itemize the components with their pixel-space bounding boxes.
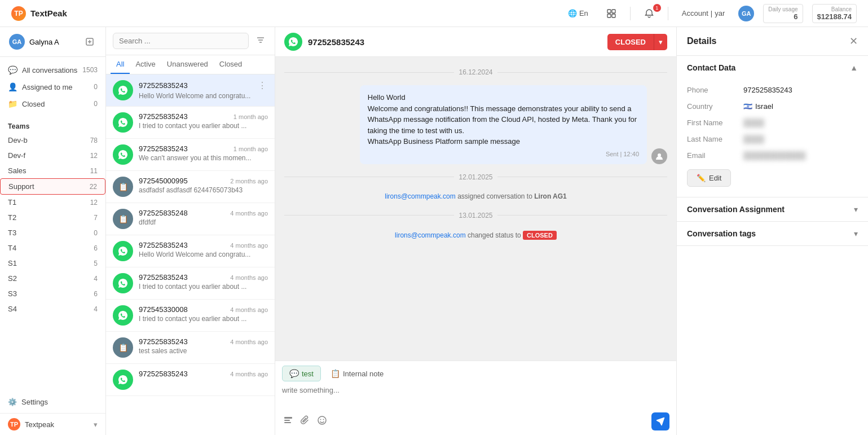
list-item[interactable]: 972525835243 1 month ago I tried to cont… [106, 107, 275, 139]
more-options-icon[interactable]: ⋮ [257, 80, 268, 91]
input-tab-label: Internal note [343, 370, 384, 378]
nav-count: 0 [94, 83, 98, 91]
sidebar-header: GA Galyna A [0, 27, 105, 57]
sidebar-team-s3[interactable]: S36 [0, 286, 105, 301]
sidebar-team-dev-b[interactable]: Dev-b78 [0, 133, 105, 148]
nav-count: 0 [94, 100, 98, 108]
settings-item[interactable]: ⚙️ Settings [0, 393, 105, 411]
sidebar-item-assigned-to-me[interactable]: 👤 Assigned to me 0 [0, 78, 105, 95]
sidebar-team-s2[interactable]: S24 [0, 271, 105, 286]
conv-time: 4 months ago [230, 274, 268, 281]
list-item[interactable]: 972525835243 ⋮ Hello World Welcome and c… [106, 74, 275, 107]
user-avatar: GA [738, 6, 754, 21]
emoji-icon[interactable] [316, 414, 328, 429]
brand-item[interactable]: TP Textpeak ▾ [0, 413, 105, 435]
svg-rect-14 [612, 10, 615, 13]
search-input[interactable] [113, 33, 249, 49]
conv-body: 972545000995 2 months ago asdfadsf asdfa… [139, 177, 268, 194]
conv-time: 2 months ago [230, 178, 268, 184]
conv-preview: asdfadsf asdfasdf 6244765073b43 [139, 186, 268, 194]
sidebar-team-s1[interactable]: S15 [0, 256, 105, 271]
closed-status-button[interactable]: CLOSED [607, 34, 654, 50]
conv-body: 972525835243 ⋮ Hello World Welcome and c… [139, 80, 268, 100]
date-divider: 16.12.2024 [284, 68, 667, 76]
conv-tags-header[interactable]: Conversation tags ▾ [677, 222, 868, 245]
contact-data-title: Contact Data [687, 63, 735, 72]
list-item[interactable]: 972525835243 1 month ago We can't answer… [106, 139, 275, 171]
message-input[interactable] [282, 386, 669, 406]
sidebar-team-support[interactable]: Support22 [0, 178, 105, 195]
sidebar-team-t4[interactable]: T46 [0, 240, 105, 256]
chat-input-area: 💬 test 📋 Internal note [275, 361, 676, 435]
compose-icon[interactable] [83, 35, 96, 49]
sidebar-username: Galyna A [29, 38, 78, 46]
conv-time: 4 months ago [230, 210, 268, 217]
email-label: Email [687, 151, 743, 160]
contact-data-header[interactable]: Contact Data ▲ [677, 56, 868, 80]
notification-button[interactable]: 1 [640, 6, 659, 21]
sidebar-team-t3[interactable]: T30 [0, 225, 105, 240]
conv-tabs: All Active Unanswered Closed [106, 55, 275, 74]
svg-point-11 [320, 419, 321, 420]
conv-preview: I tried to contact you earlier about ... [139, 283, 268, 291]
nav-label: Closed [22, 100, 89, 108]
sidebar-team-t2[interactable]: T27 [0, 210, 105, 225]
tab-all[interactable]: All [111, 55, 130, 74]
svg-rect-15 [607, 14, 611, 17]
logo-icon: TP [11, 6, 26, 21]
sidebar-item-closed[interactable]: 📁 Closed 0 [0, 95, 105, 112]
country-value: 🇮🇱 Israel [743, 102, 858, 111]
brand-label: Textpeak [25, 420, 54, 429]
close-details-button[interactable]: ✕ [849, 35, 858, 47]
sidebar-team-t1[interactable]: T112 [0, 195, 105, 210]
email-row: Email ████████████ [687, 147, 858, 164]
biz-avatar: 📋 [113, 177, 133, 197]
list-item[interactable]: 972545330008 4 months ago I tried to con… [106, 300, 275, 332]
conv-name: 972525835248 [139, 209, 188, 217]
list-item[interactable]: 972525835243 4 months ago [106, 364, 275, 396]
balance-label: Balance [831, 6, 852, 12]
tab-unanswered[interactable]: Unanswered [161, 55, 214, 74]
conv-body: 972525835243 4 months ago test sales act… [139, 337, 268, 355]
chat-messages: 16.12.2024 Hello WorldWelcome and congra… [275, 57, 676, 361]
attachment-icon[interactable] [299, 414, 311, 429]
input-tab-label: test [302, 370, 314, 378]
closed-dropdown-button[interactable]: ▾ [654, 34, 667, 50]
sidebar-team-dev-f[interactable]: Dev-f12 [0, 148, 105, 163]
conv-name: 972545330008 [139, 305, 188, 314]
input-tab-internal-note[interactable]: 📋 Internal note [323, 366, 391, 381]
topbar: TP TextPeak 🌐 En 1 Account | yar GA Dail… [0, 0, 868, 27]
chat-icon: 💬 [8, 65, 17, 74]
list-item[interactable]: 📋 972525835243 4 months ago test sales a… [106, 332, 275, 364]
contact-data-chevron-icon: ▲ [850, 63, 858, 72]
sidebar-item-all-conversations[interactable]: 💬 All conversations 1503 [0, 61, 105, 78]
svg-rect-16 [612, 14, 615, 17]
balance-value: $12188.74 [817, 12, 852, 21]
sidebar-team-s4[interactable]: S44 [0, 301, 105, 317]
list-item[interactable]: 📋 972525835248 4 months ago dfdfdf [106, 203, 275, 235]
list-item[interactable]: 📋 972545000995 2 months ago asdfadsf asd… [106, 171, 275, 203]
conv-preview: Hello World Welcome and congratu... [139, 92, 268, 100]
language-selector[interactable]: 🌐 En [563, 7, 593, 20]
conv-tags-chevron-icon: ▾ [854, 229, 858, 238]
tab-active[interactable]: Active [130, 55, 161, 74]
conv-name: 972525835243 [139, 81, 188, 90]
list-item[interactable]: 972525835243 4 months ago Hello World We… [106, 235, 275, 267]
list-item[interactable]: 972525835243 4 months ago I tried to con… [106, 267, 275, 300]
grid-icon[interactable] [602, 6, 621, 21]
wa-avatar [113, 241, 133, 261]
conv-body: 972545330008 4 months ago I tried to con… [139, 305, 268, 323]
conv-assignment-header[interactable]: Conversation Assignment ▾ [677, 197, 868, 221]
conv-time: 1 month ago [233, 146, 268, 152]
conv-body: 972525835243 1 month ago We can't answer… [139, 144, 268, 162]
tab-closed[interactable]: Closed [214, 55, 248, 74]
send-button[interactable] [651, 412, 669, 430]
edit-label: Edit [709, 174, 721, 182]
template-icon[interactable] [282, 414, 294, 429]
sidebar-team-sales[interactable]: Sales11 [0, 163, 105, 178]
input-tab-test[interactable]: 💬 test [282, 366, 321, 381]
filter-icon[interactable] [253, 33, 268, 49]
edit-button[interactable]: ✏️ Edit [687, 169, 731, 187]
country-row: Country 🇮🇱 Israel [687, 98, 858, 115]
chat-contact: 972525835243 [284, 33, 364, 51]
